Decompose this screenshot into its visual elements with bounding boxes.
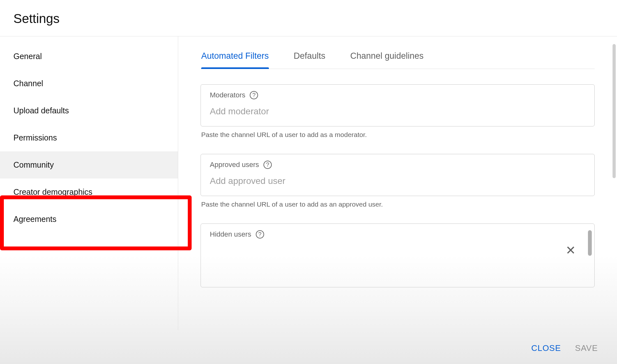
sidebar-item-agreements[interactable]: Agreements (0, 206, 178, 233)
tab-defaults[interactable]: Defaults (294, 43, 325, 69)
help-icon[interactable]: ? (263, 161, 272, 169)
approved-users-label: Approved users (210, 161, 259, 169)
settings-sidebar: General Channel Upload defaults Permissi… (0, 36, 178, 330)
sidebar-item-creator-demographics[interactable]: Creator demographics (0, 178, 178, 206)
moderators-field[interactable]: Moderators ? (201, 84, 595, 126)
approved-users-label-row: Approved users ? (210, 161, 585, 169)
moderators-group: Moderators ? Paste the channel URL of a … (201, 84, 595, 139)
help-icon[interactable]: ? (256, 230, 264, 239)
settings-dialog: Settings General Channel Upload defaults… (0, 0, 617, 364)
approved-users-input[interactable] (210, 176, 585, 186)
sidebar-item-general[interactable]: General (0, 43, 178, 70)
sidebar-item-permissions[interactable]: Permissions (0, 124, 178, 151)
hidden-users-label: Hidden users (210, 230, 251, 239)
scrollbar[interactable] (613, 44, 616, 178)
approved-users-group: Approved users ? Paste the channel URL o… (201, 154, 595, 208)
hidden-users-field[interactable]: Hidden users ? ✕ (201, 224, 595, 287)
sidebar-item-channel[interactable]: Channel (0, 70, 178, 97)
sidebar-item-upload-defaults[interactable]: Upload defaults (0, 97, 178, 124)
remove-chip-icon[interactable]: ✕ (566, 244, 576, 256)
close-button[interactable]: CLOSE (531, 343, 561, 353)
help-icon[interactable]: ? (250, 91, 258, 99)
approved-users-field[interactable]: Approved users ? (201, 154, 595, 196)
dialog-footer: CLOSE SAVE (0, 332, 617, 364)
tabs: Automated Filters Defaults Channel guide… (201, 43, 595, 69)
tab-channel-guidelines[interactable]: Channel guidelines (350, 43, 424, 69)
settings-main: Automated Filters Defaults Channel guide… (178, 36, 617, 330)
hidden-users-label-row: Hidden users ? (210, 230, 585, 239)
sidebar-item-community[interactable]: Community (0, 151, 178, 178)
moderators-input[interactable] (210, 106, 585, 117)
save-button[interactable]: SAVE (575, 343, 598, 353)
dialog-header: Settings (0, 0, 617, 36)
page-title: Settings (13, 11, 617, 26)
dialog-body: General Channel Upload defaults Permissi… (0, 36, 617, 330)
approved-users-helper: Paste the channel URL of a user to add a… (201, 201, 595, 208)
moderators-helper: Paste the channel URL of a user to add a… (201, 131, 595, 139)
hidden-users-group: Hidden users ? ✕ (201, 224, 595, 287)
moderators-label-row: Moderators ? (210, 91, 585, 99)
inner-scrollbar[interactable] (588, 230, 592, 256)
tab-automated-filters[interactable]: Automated Filters (201, 43, 269, 69)
moderators-label: Moderators (210, 91, 245, 99)
